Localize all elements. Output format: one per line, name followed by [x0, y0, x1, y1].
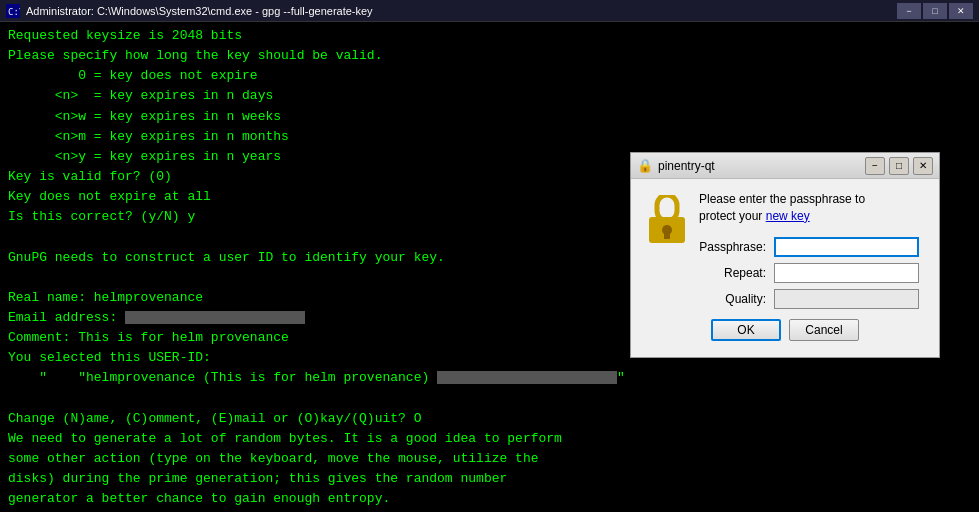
maximize-button[interactable]: □ — [923, 3, 947, 19]
line-3: 0 = key does not expire — [8, 68, 258, 83]
line-15: Email address: — [8, 310, 305, 325]
terminal: Requested keysize is 2048 bits Please sp… — [0, 22, 979, 512]
dialog-title: pinentry-qt — [658, 159, 863, 173]
quality-label: Quality: — [699, 292, 774, 306]
dialog-titlebar: 🔒 pinentry-qt − □ ✕ — [631, 153, 939, 179]
line-19: Change (N)ame, (C)omment, (E)mail or (O)… — [8, 411, 421, 426]
window-controls: − □ ✕ — [897, 3, 973, 19]
lock-icon — [647, 195, 687, 247]
dialog-controls: − □ ✕ — [863, 157, 933, 175]
dialog-minimize-button[interactable]: − — [865, 157, 885, 175]
dialog-buttons: OK Cancel — [647, 319, 923, 345]
line-5: <n>w = key expires in n weeks — [8, 109, 281, 124]
line-17: You selected this USER-ID: — [8, 350, 211, 365]
repeat-row: Repeat: — [699, 263, 923, 283]
passphrase-input[interactable] — [774, 237, 919, 257]
window-title: Administrator: C:\Windows\System32\cmd.e… — [26, 5, 897, 17]
line-1: Requested keysize is 2048 bits — [8, 28, 242, 43]
line-8: Key is valid for? (0) — [8, 169, 172, 184]
dialog-right: Please enter the passphrase to protect y… — [699, 191, 923, 309]
dialog-description: Please enter the passphrase to protect y… — [699, 191, 923, 225]
close-button[interactable]: ✕ — [949, 3, 973, 19]
dialog-content: Please enter the passphrase to protect y… — [631, 179, 939, 357]
email-redacted — [125, 311, 305, 324]
line-4: <n> = key expires in n days — [8, 88, 273, 103]
line-23: generator a better chance to gain enough… — [8, 491, 390, 506]
repeat-label: Repeat: — [699, 266, 774, 280]
line-6: <n>m = key expires in n months — [8, 129, 289, 144]
lock-icon-area — [647, 195, 687, 250]
desc-text-2: protect your — [699, 209, 766, 223]
passphrase-row: Passphrase: — [699, 237, 923, 257]
lock-title-icon: 🔒 — [637, 158, 653, 173]
line-20: We need to generate a lot of random byte… — [8, 431, 562, 446]
passphrase-label: Passphrase: — [699, 240, 774, 254]
line-7: <n>y = key expires in n years — [8, 149, 281, 164]
email-redacted-2 — [437, 371, 617, 384]
dialog-close-button[interactable]: ✕ — [913, 157, 933, 175]
cmd-icon: C:\ — [6, 4, 20, 18]
dialog-maximize-button[interactable]: □ — [889, 157, 909, 175]
line-16: Comment: This is for helm provenance — [8, 330, 289, 345]
repeat-input[interactable] — [774, 263, 919, 283]
title-bar: C:\ Administrator: C:\Windows\System32\c… — [0, 0, 979, 22]
line-10: Is this correct? (y/N) y — [8, 209, 195, 224]
svg-text:C:\: C:\ — [8, 7, 20, 17]
line-22: disks) during the prime generation; this… — [8, 471, 507, 486]
desc-highlight: new key — [766, 209, 810, 223]
quality-input — [774, 289, 919, 309]
line-18: " "helmprovenance (This is for helm prov… — [8, 370, 625, 385]
svg-rect-5 — [664, 233, 670, 239]
minimize-button[interactable]: − — [897, 3, 921, 19]
line-21: some other action (type on the keyboard,… — [8, 451, 539, 466]
cancel-button[interactable]: Cancel — [789, 319, 859, 341]
ok-button[interactable]: OK — [711, 319, 781, 341]
pinentry-dialog: 🔒 pinentry-qt − □ ✕ — [630, 152, 940, 358]
line-12: GnuPG needs to construct a user ID to id… — [8, 250, 445, 265]
quality-row: Quality: — [699, 289, 923, 309]
line-9: Key does not expire at all — [8, 189, 211, 204]
line-2: Please specify how long the key should b… — [8, 48, 382, 63]
line-14: Real name: helmprovenance — [8, 290, 203, 305]
desc-text-1: Please enter the passphrase to — [699, 192, 865, 206]
